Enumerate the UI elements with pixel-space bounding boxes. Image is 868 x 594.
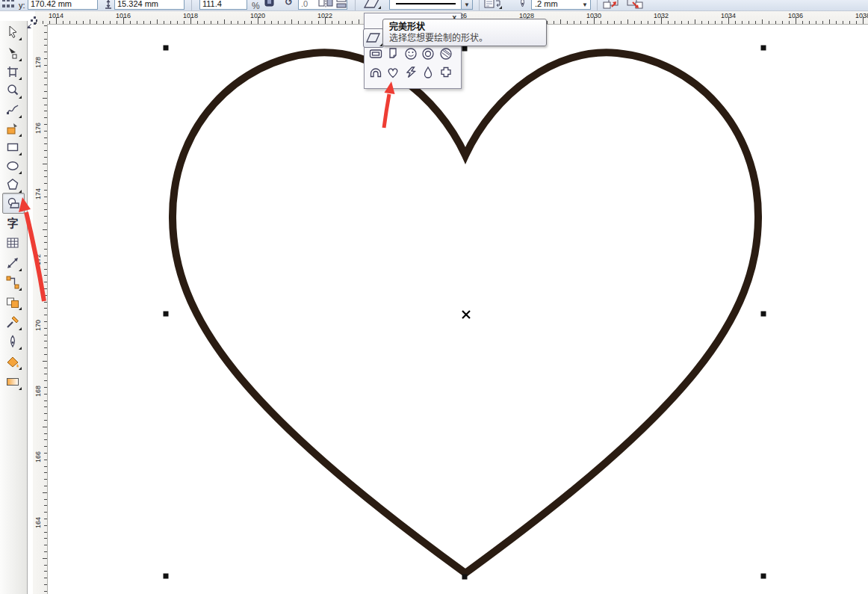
connector-tool-icon xyxy=(5,275,20,290)
vruler-label: 174 xyxy=(34,188,42,199)
rectangle-tool[interactable] xyxy=(2,137,23,157)
flyout-indicator xyxy=(19,288,22,291)
lock-ratio-icon[interactable] xyxy=(264,0,275,7)
vertical-ruler[interactable]: 178176174172170168166164 xyxy=(33,24,48,594)
basic-shapes-tool-icon xyxy=(6,196,21,211)
drop-shape-icon xyxy=(421,66,435,79)
dimension-tool[interactable] xyxy=(2,253,23,273)
hruler-label: 1018 xyxy=(183,12,198,19)
hruler-label: 1032 xyxy=(654,12,669,19)
arch-shape-button[interactable] xyxy=(368,64,383,80)
percent-label: % xyxy=(252,1,260,11)
outline-pen-tool[interactable] xyxy=(2,332,23,351)
flyout-indicator xyxy=(19,37,22,40)
table-tool-icon xyxy=(5,235,20,250)
object-height-field[interactable]: 15.324 mm xyxy=(114,0,185,10)
heart-shape-icon xyxy=(386,66,400,79)
page-shape-button[interactable] xyxy=(385,46,401,61)
flyout-indicator xyxy=(19,387,22,390)
flyout-indicator xyxy=(19,367,22,370)
flyout-indicator xyxy=(19,96,22,99)
text-tool-icon: 字 xyxy=(7,217,18,229)
interactive-fill-tool[interactable] xyxy=(2,372,23,392)
flyout-indicator xyxy=(19,268,22,271)
crop-tool-icon xyxy=(5,64,20,79)
scale-factor-field[interactable]: 111.4 xyxy=(199,0,247,10)
smart-fill-tool[interactable] xyxy=(2,119,23,138)
cross-shape-button[interactable] xyxy=(438,64,453,80)
fill-tool[interactable] xyxy=(2,352,23,371)
vruler-label: 168 xyxy=(34,386,42,397)
flyout-indicator xyxy=(19,171,22,174)
flyout-indicator xyxy=(19,152,22,155)
heart-shape-button[interactable] xyxy=(385,64,401,80)
blend-tool[interactable] xyxy=(2,292,23,312)
outline-width-dropdown[interactable]: .2 mm ▼ xyxy=(531,0,591,10)
interactive-fill-tool-icon xyxy=(5,374,20,389)
frame-shape-icon xyxy=(369,47,382,61)
color-eyedropper-tool[interactable] xyxy=(2,312,23,332)
tooltip-text: 选择您想要绘制的形状。 xyxy=(389,33,540,44)
outline-style-dropdown[interactable]: ▼ xyxy=(389,0,473,10)
freehand-tool[interactable] xyxy=(2,100,23,120)
y-coordinate-label: y: xyxy=(19,1,25,10)
ellipse-tool-icon xyxy=(5,158,20,173)
vruler-label: 170 xyxy=(34,320,42,331)
to-front-button[interactable] xyxy=(602,0,620,10)
smiley-shape-button[interactable] xyxy=(403,46,418,61)
smiley-shape-icon xyxy=(404,47,418,61)
hruler-label: 1030 xyxy=(586,12,601,19)
flyout-indicator xyxy=(19,307,22,310)
flyout-indicator xyxy=(19,347,22,350)
lightning-shape-icon xyxy=(404,66,418,79)
crop-tool[interactable] xyxy=(2,62,23,81)
vruler-label: 176 xyxy=(34,123,42,134)
flyout-indicator xyxy=(19,77,22,80)
chevron-down-icon[interactable]: ▼ xyxy=(580,0,590,9)
connector-tool[interactable] xyxy=(2,273,23,292)
vruler-label: 164 xyxy=(34,517,42,528)
y-coordinate-field[interactable]: 170.42 mm xyxy=(28,0,98,10)
flyout-indicator xyxy=(19,115,22,118)
toolbox: 字 xyxy=(0,21,28,594)
ruler-origin-icon[interactable] xyxy=(27,15,37,28)
polygon-tool-icon xyxy=(5,177,20,192)
ring-shape-icon xyxy=(421,47,435,61)
tooltip-title: 完美形状 xyxy=(389,21,540,33)
cross-shape-icon xyxy=(439,66,453,79)
polygon-tool[interactable] xyxy=(2,175,23,194)
lightning-shape-button[interactable] xyxy=(403,64,418,80)
flyout-indicator xyxy=(19,134,22,137)
property-bar: y: 170.42 mm 15.324 mm 111.4 % ↺ .0 ▼ .2… xyxy=(0,0,868,11)
basic-shape-preset-button[interactable] xyxy=(362,0,382,10)
mirror-horizontal-icon[interactable] xyxy=(318,0,334,8)
outline-pen-tool-icon xyxy=(5,334,20,349)
flyout-indicator xyxy=(19,208,22,211)
blend-tool-icon xyxy=(5,294,20,309)
vruler-label: 166 xyxy=(34,451,42,462)
table-tool[interactable] xyxy=(2,233,23,253)
ellipse-tool[interactable] xyxy=(2,156,23,176)
chevron-down-icon[interactable]: ▼ xyxy=(461,0,472,9)
zoom-tool[interactable] xyxy=(2,81,23,100)
rectangle-tool-icon xyxy=(5,140,20,155)
shape-tool[interactable] xyxy=(2,43,23,63)
outline-width-value: .2 mm xyxy=(535,0,558,8)
vruler-label: 178 xyxy=(34,57,42,68)
fill-tool-icon xyxy=(5,354,20,369)
drawing-page[interactable] xyxy=(48,24,868,594)
drop-shape-button[interactable] xyxy=(421,64,436,80)
basic-shapes-tool[interactable] xyxy=(2,193,25,214)
shape-tool-icon xyxy=(5,46,20,61)
prohibited-shape-button[interactable] xyxy=(438,46,453,61)
page-shape-icon xyxy=(386,47,400,61)
ring-shape-button[interactable] xyxy=(421,46,436,61)
frame-shape-button[interactable] xyxy=(368,46,383,61)
freehand-tool-icon xyxy=(5,102,20,117)
hruler-label: 1036 xyxy=(788,12,803,19)
to-back-button[interactable] xyxy=(626,0,644,10)
mirror-vertical-icon[interactable] xyxy=(335,0,348,8)
wrap-paragraph-text-button[interactable] xyxy=(483,0,503,10)
pick-tool[interactable] xyxy=(2,22,23,42)
text-tool[interactable]: 字 xyxy=(2,213,23,232)
